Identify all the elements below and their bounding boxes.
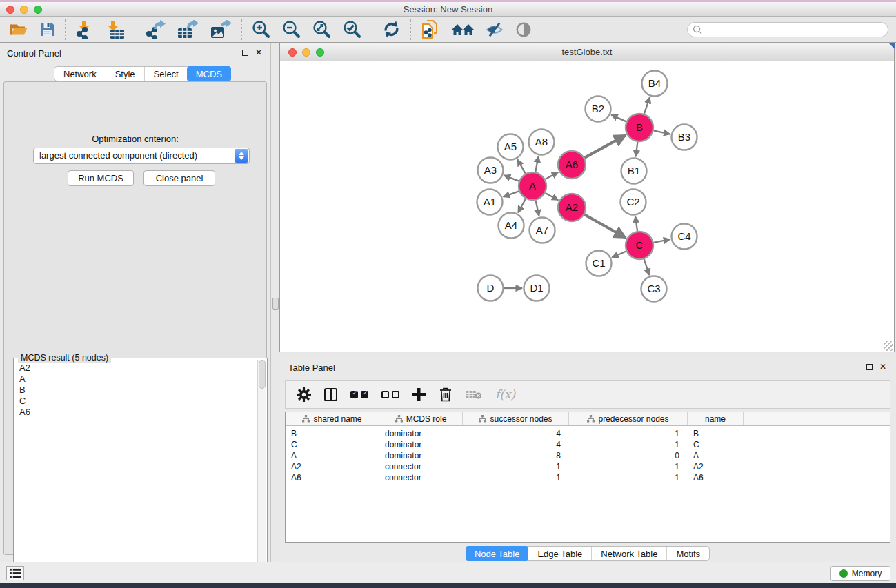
show-panels-button[interactable] [6, 566, 24, 580]
table-cell: A2 [286, 461, 379, 472]
zoom-in-button[interactable] [246, 18, 277, 41]
graph-node-label: A8 [535, 136, 548, 148]
graph-edge-C-C4[interactable] [654, 239, 670, 243]
split-pane-handle[interactable] [272, 298, 279, 310]
close-panel-icon[interactable]: ✕ [879, 363, 886, 370]
column-header-successor-nodes[interactable]: successor nodes [463, 412, 569, 425]
delete-table-icon [466, 389, 482, 400]
import-table-button[interactable] [100, 18, 130, 41]
tab-node-table[interactable]: Node Table [466, 546, 529, 561]
graph-edge-A-A8[interactable] [535, 156, 539, 172]
graph-edge-A-A4[interactable] [518, 199, 526, 212]
unchecked-box-icon [392, 391, 399, 398]
tab-style[interactable]: Style [106, 67, 144, 81]
graph-edge-A-A3[interactable] [504, 175, 519, 181]
result-item[interactable]: A [19, 374, 257, 385]
graph-node-label: A2 [566, 201, 578, 213]
hide-graphics-details-button[interactable] [480, 18, 509, 41]
graph-node-label: A1 [484, 196, 496, 207]
main-toolbar [0, 17, 896, 43]
select-all-button[interactable] [350, 391, 368, 398]
graph-edge-C-C1[interactable] [612, 251, 626, 257]
column-header-shared-name[interactable]: shared name [286, 412, 379, 425]
graph-node-label: A6 [566, 159, 578, 170]
graph-edge-A-A6[interactable] [545, 172, 558, 179]
graph-edge-B-B3[interactable] [654, 130, 670, 134]
tab-mcds[interactable]: MCDS [187, 66, 231, 81]
graph-edge-C-C3[interactable] [644, 259, 650, 275]
tab-network[interactable]: Network [54, 67, 106, 81]
graph-edge-A-A7[interactable] [535, 201, 539, 216]
export-network-button[interactable] [139, 18, 171, 41]
show-columns-button[interactable] [324, 388, 337, 401]
float-panel-icon[interactable] [242, 50, 248, 56]
result-item[interactable]: A2 [19, 363, 257, 374]
result-item[interactable]: C [19, 396, 257, 407]
column-header-name[interactable]: name [688, 412, 744, 425]
tab-motifs[interactable]: Motifs [666, 547, 709, 560]
table-row[interactable]: A2connector11A2 [286, 461, 890, 472]
tab-network-table[interactable]: Network Table [591, 547, 666, 560]
network-window-titlebar[interactable]: testGlobe.txt [280, 43, 894, 61]
graph-edge-A-A1[interactable] [504, 191, 519, 196]
close-panel-icon[interactable]: ✕ [255, 49, 262, 56]
window-resize-grip[interactable] [884, 341, 893, 351]
delete-table-button[interactable] [466, 389, 482, 400]
home-button[interactable] [446, 18, 480, 41]
graph-edge-B-B2[interactable] [611, 115, 626, 122]
search-input[interactable] [703, 23, 888, 36]
result-scrollbar[interactable] [257, 360, 266, 587]
app-titlebar: Session: New Session [0, 2, 896, 17]
optimization-criterion-select[interactable]: largest connected component (directed) [33, 148, 250, 164]
tab-select[interactable]: Select [144, 67, 188, 81]
float-panel-icon[interactable] [866, 364, 873, 370]
result-item[interactable]: A6 [19, 407, 257, 418]
graph-edge-A2-C[interactable] [584, 214, 626, 238]
table-row[interactable]: Cdominator41C [286, 439, 890, 450]
table-row[interactable]: Adominator80A [286, 450, 890, 461]
table-cell: dominator [379, 428, 463, 439]
show-view-button[interactable] [509, 18, 538, 41]
zoom-selected-button[interactable] [337, 18, 368, 41]
function-builder-button[interactable]: f(x) [495, 387, 515, 401]
zoom-fit-button[interactable] [307, 18, 337, 41]
mcds-result-list[interactable]: A2 A B C A6 [14, 363, 257, 587]
dropdown-stepper-icon[interactable] [235, 149, 248, 163]
memory-button[interactable]: Memory [830, 566, 890, 581]
clone-network-button[interactable] [415, 18, 446, 41]
table-row[interactable]: Bdominator41B [286, 428, 890, 439]
tab-edge-table[interactable]: Edge Table [528, 547, 591, 560]
run-mcds-button[interactable]: Run MCDS [68, 170, 134, 186]
network-canvas[interactable]: B4B2BB3A5A8A6B1A3AA1C2A2A4A7C4CC1C3DD1 [280, 61, 894, 352]
zoom-selected-icon [343, 20, 362, 39]
graph-edge-C-C2[interactable] [635, 216, 637, 231]
deselect-all-button[interactable] [381, 391, 399, 398]
delete-row-button[interactable] [439, 387, 452, 402]
graph-node-label: C2 [626, 196, 639, 207]
eye-slash-icon [486, 21, 504, 38]
import-network-button[interactable] [70, 18, 100, 41]
zoom-out-button[interactable] [277, 18, 307, 41]
result-item[interactable]: B [19, 385, 257, 396]
graph-edge-A-A2[interactable] [545, 193, 558, 200]
graph-edge-B-B1[interactable] [636, 142, 638, 156]
graph-edge-A6-B[interactable] [584, 135, 626, 158]
add-row-button[interactable] [412, 388, 426, 401]
open-session-button[interactable] [4, 18, 34, 41]
column-header-predecessor-nodes[interactable]: predecessor nodes [569, 412, 688, 425]
graph-edge-A-A5[interactable] [517, 159, 525, 173]
save-session-button[interactable] [34, 18, 61, 41]
table-row[interactable]: A6connector11A6 [286, 472, 890, 483]
export-table-button[interactable] [171, 18, 204, 41]
graph-edge-B-B4[interactable] [644, 97, 650, 114]
column-header-mcds-role[interactable]: MCDS role [379, 412, 463, 425]
refresh-layout-button[interactable] [377, 18, 406, 41]
unchecked-box-icon [381, 391, 389, 398]
network-canvas-svg[interactable]: B4B2BB3A5A8A6B1A3AA1C2A2A4A7C4CC1C3DD1 [280, 61, 894, 352]
table-settings-button[interactable] [297, 387, 311, 402]
import-table-icon [106, 20, 125, 39]
export-image-button[interactable] [204, 18, 237, 41]
table-panel-title: Table Panel [288, 363, 335, 373]
toolbar-separator [372, 19, 372, 40]
close-panel-button[interactable]: Close panel [143, 170, 215, 186]
